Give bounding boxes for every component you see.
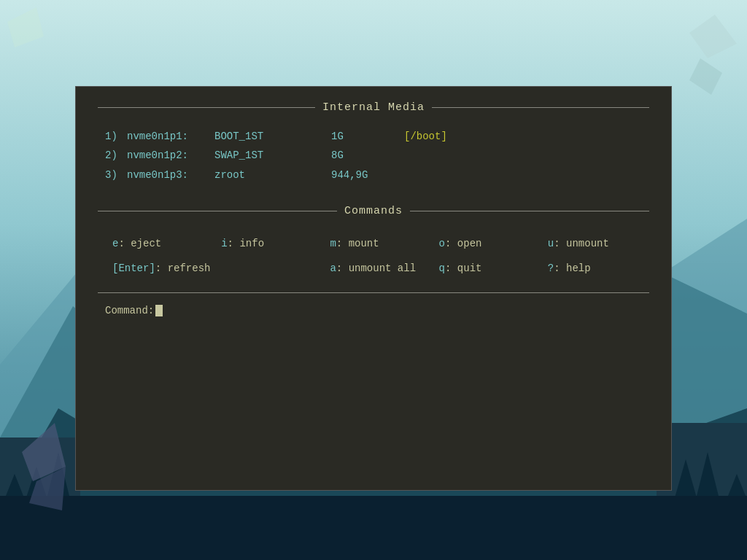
cmd-action-open: open — [457, 238, 482, 249]
cmd-info: i: info — [214, 232, 322, 257]
commands-title: Commands — [344, 205, 403, 217]
cmd-key-q: q — [439, 262, 445, 274]
cmd-action-mount: mount — [349, 238, 379, 249]
cmd-key-i: i — [221, 238, 227, 249]
header-line-right — [432, 107, 649, 108]
cmd-key-o: o — [439, 238, 445, 249]
cmd-key-question: ? — [548, 262, 554, 274]
drive-size-1: 1G — [331, 128, 404, 144]
cmd-open: o: open — [432, 232, 541, 257]
cmd-action-unmount: unmount — [566, 238, 609, 249]
commands-line-right — [410, 211, 649, 211]
drive-name-1: nvme0n1p1: — [127, 128, 214, 144]
commands-section: Commands e: eject i: info m: mount o: op… — [98, 205, 649, 281]
cmd-unmount-all — [214, 257, 322, 281]
internal-media-title: Internal Media — [322, 101, 425, 114]
cmd-unmount: u: unmount — [541, 232, 649, 257]
drive-num-3: 3) — [105, 167, 127, 183]
cmd-action-unmount-all: unmount all — [349, 262, 416, 274]
prompt-cursor — [155, 305, 163, 316]
terminal-window: Internal Media 1) nvme0n1p1: BOOT_1ST 1G… — [75, 86, 672, 491]
cmd-mount: m: mount — [322, 232, 431, 257]
cmd-key-a: a — [330, 262, 336, 274]
drive-mount-1: [/boot] — [404, 128, 447, 144]
drive-label-3: zroot — [214, 167, 331, 183]
bottom-divider — [98, 292, 649, 293]
command-prompt[interactable]: Command: — [98, 305, 649, 316]
drive-label-2: SWAP_1ST — [214, 147, 331, 163]
cmd-action-info: info — [239, 238, 264, 249]
cmd-refresh: [Enter]: refresh — [105, 257, 214, 281]
drive-row-3: 3) nvme0n1p3: zroot 944,9G — [105, 167, 649, 183]
drive-num-1: 1) — [105, 128, 127, 144]
cmd-quit: q: quit — [432, 257, 541, 281]
prompt-label: Command: — [105, 305, 154, 316]
cmd-key-u: u — [548, 238, 554, 249]
drive-size-3: 944,9G — [331, 167, 404, 183]
drive-name-2: nvme0n1p2: — [127, 147, 214, 163]
drive-num-2: 2) — [105, 147, 127, 163]
cmd-unmount-all-a: a: unmount all — [322, 257, 431, 281]
drive-label-1: BOOT_1ST — [214, 128, 331, 144]
drives-list: 1) nvme0n1p1: BOOT_1ST 1G [/boot] 2) nvm… — [105, 128, 649, 183]
cmd-action-eject: eject — [131, 238, 161, 249]
cmd-action-help: help — [566, 262, 591, 274]
cmd-key-m: m — [330, 238, 336, 249]
internal-media-header: Internal Media — [98, 101, 649, 114]
svg-rect-12 — [0, 496, 747, 560]
drive-name-3: nvme0n1p3: — [127, 167, 214, 183]
cmd-action-refresh: refresh — [168, 262, 211, 274]
commands-header: Commands — [98, 205, 649, 217]
header-line-left — [98, 107, 315, 108]
commands-line-left — [98, 211, 337, 211]
drive-row-2: 2) nvme0n1p2: SWAP_1ST 8G — [105, 147, 649, 163]
cmd-help: ?: help — [541, 257, 649, 281]
drive-size-2: 8G — [331, 147, 404, 163]
cmd-eject: e: eject — [105, 232, 214, 257]
cmd-action-quit: quit — [457, 262, 482, 274]
drive-row-1: 1) nvme0n1p1: BOOT_1ST 1G [/boot] — [105, 128, 649, 144]
cmd-key-enter: [Enter] — [112, 262, 155, 274]
